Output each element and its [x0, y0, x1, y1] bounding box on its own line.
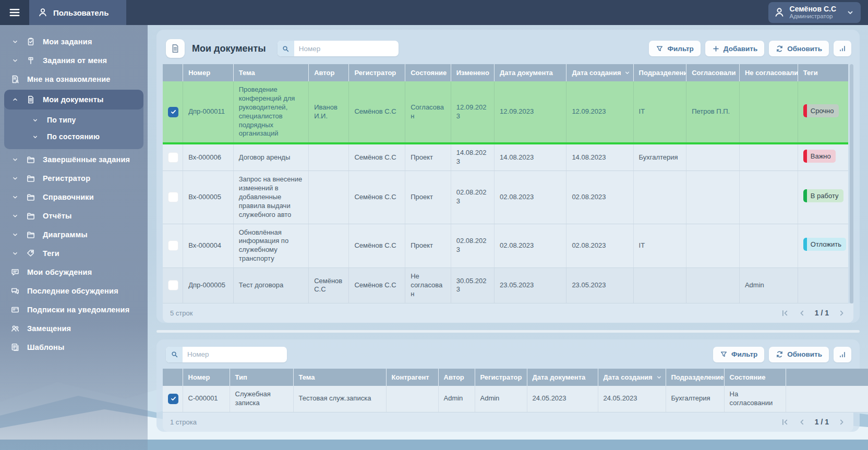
column-header-registrar[interactable]: Регистратор [349, 64, 405, 81]
column-header-author[interactable]: Автор [309, 64, 349, 81]
sidebar-item-7[interactable]: Отчёты [4, 206, 143, 225]
column-header-department[interactable]: Подразделение [633, 64, 686, 81]
column-header-author[interactable]: Автор [438, 369, 475, 386]
tag-badge: Важно [803, 150, 836, 163]
sidebar-item-label: Мои задания [43, 38, 92, 46]
column-header-department[interactable]: Подразделение [666, 369, 724, 386]
current-user-menu[interactable]: Семёнов С.С Администратор [768, 2, 861, 22]
column-header-counterparty[interactable]: Контрагент [386, 369, 438, 386]
document-row-3[interactable]: Вх-000004Обновлённая информация по служе… [163, 224, 848, 268]
sidebar-item-9[interactable]: Теги [4, 244, 143, 263]
sidebar-item-6[interactable]: Справочники [4, 188, 143, 206]
filter-button[interactable]: Фильтр [713, 347, 764, 362]
documents-search-input[interactable] [294, 41, 399, 56]
cell-created: 14.08.2023 [566, 143, 633, 171]
column-header-created[interactable]: Дата создания [598, 369, 666, 386]
sidebar-item-14[interactable]: Шаблоны [4, 338, 143, 357]
refresh-button[interactable]: Обновить [769, 347, 829, 362]
next-page-button[interactable] [837, 418, 846, 427]
chevron-down-icon [7, 57, 23, 64]
registry-row-0[interactable]: С-000001Служебная запискаТестовая служ.з… [163, 386, 868, 412]
sidebar-item-label: Подписки на уведомления [27, 306, 129, 314]
cell-state: Проект [405, 171, 451, 224]
column-header-approved[interactable]: Согласовали [686, 64, 740, 81]
column-header-state[interactable]: Состояние [724, 369, 786, 386]
next-page-button[interactable] [837, 309, 846, 318]
bar-chart-icon [838, 44, 847, 53]
sidebar-item-4[interactable]: Завершённые задания [4, 150, 143, 169]
row-checkbox[interactable] [168, 152, 178, 163]
sidebar-item-12[interactable]: Подписки на уведомления [4, 300, 143, 319]
registry-search-input[interactable] [183, 347, 287, 362]
column-header-extra[interactable] [786, 369, 868, 386]
document-row-0[interactable]: Дпр-000011Проведение конференций для рук… [163, 81, 848, 143]
sidebar-subitem-0[interactable]: По типу [4, 112, 143, 128]
top-bar: Пользователь Семёнов С.С Администратор [0, 0, 868, 25]
document-row-4[interactable]: Дпр-000005Тест договораСемёнов С.ССемёно… [163, 268, 848, 303]
refresh-button[interactable]: Обновить [769, 41, 829, 56]
row-checkbox-checked[interactable] [168, 107, 178, 117]
previous-page-button[interactable] [798, 309, 806, 318]
tag-icon [23, 249, 39, 258]
sidebar-item-11[interactable]: Последние обсуждения [4, 282, 143, 300]
sidebar-item-2[interactable]: Мне на ознакомление [4, 70, 143, 89]
table-scrollbar[interactable] [850, 64, 853, 303]
sidebar-item-3[interactable]: Мои документы [4, 90, 143, 110]
column-header-state[interactable]: Состояние [405, 64, 451, 81]
current-user-role: Администратор [790, 13, 836, 20]
column-header-modified[interactable]: Изменено [451, 64, 494, 81]
column-header-tag[interactable]: Теги [798, 64, 848, 81]
folder-icon [23, 155, 39, 164]
previous-page-button[interactable] [798, 418, 806, 427]
chart-view-button[interactable] [834, 347, 851, 362]
sidebar-item-0[interactable]: Мои задания [4, 32, 143, 51]
sidebar-item-label: Замещения [27, 324, 71, 333]
cell-theme: Запрос на внесение изменений в добавленн… [233, 171, 308, 224]
cell-approved [686, 224, 740, 268]
sidebar-item-1[interactable]: Задания от меня [4, 51, 143, 70]
folder-icon [23, 174, 39, 183]
cell-created: 23.05.2023 [566, 268, 633, 303]
sidebar-item-8[interactable]: Диаграммы [4, 225, 143, 244]
column-header-theme[interactable]: Тема [233, 64, 308, 81]
sidebar-item-13[interactable]: Замещения [4, 319, 143, 338]
menu-button[interactable] [0, 0, 29, 25]
sidebar-item-5[interactable]: Регистратор [4, 169, 143, 188]
add-button[interactable]: Добавить [705, 41, 764, 56]
row-checkbox[interactable] [168, 192, 178, 202]
column-header-doc_date[interactable]: Дата документа [527, 369, 598, 386]
row-count: 1 строка [170, 418, 197, 426]
funnel-icon [720, 350, 728, 358]
first-page-button[interactable] [780, 309, 789, 318]
sidebar-item-label: Теги [43, 249, 59, 258]
tag-badge: Отложить [803, 238, 846, 251]
app-screen: Пользователь Семёнов С.С Администратор М… [0, 0, 868, 450]
documents-pagination: 1 / 1 [780, 309, 846, 318]
panel-splitter[interactable] [156, 330, 860, 333]
first-page-button[interactable] [780, 418, 789, 427]
user-section-tab[interactable]: Пользователь [29, 0, 126, 25]
cell-department: Бухгалтерия [666, 386, 724, 412]
sidebar-subitem-1[interactable]: По состоянию [4, 128, 143, 145]
column-header-doc_date[interactable]: Дата документа [495, 64, 566, 81]
cell-approved [686, 143, 740, 171]
column-header-num[interactable]: Номер [183, 369, 230, 386]
column-header-num[interactable]: Номер [183, 64, 234, 81]
cell-modified: 02.08.2023 [451, 171, 494, 224]
chart-view-button[interactable] [834, 41, 851, 56]
column-header-theme[interactable]: Тема [293, 369, 386, 386]
column-header-registrar[interactable]: Регистратор [475, 369, 527, 386]
filter-button[interactable]: Фильтр [649, 41, 700, 56]
sidebar-item-label: Мои обсуждения [27, 268, 92, 276]
plus-icon [712, 45, 720, 53]
document-row-2[interactable]: Вх-000005Запрос на внесение изменений в … [163, 171, 848, 224]
document-row-1[interactable]: Вх-000006Договор арендыСемёнов С.СПроект… [163, 143, 848, 171]
row-checkbox[interactable] [168, 240, 178, 251]
row-checkbox-checked[interactable] [168, 394, 178, 404]
sidebar-item-label: Задания от меня [43, 56, 107, 65]
column-header-not_approved[interactable]: Не согласовали [739, 64, 798, 81]
column-header-type[interactable]: Тип [230, 369, 293, 386]
row-checkbox[interactable] [168, 280, 178, 290]
column-header-created[interactable]: Дата создания [566, 64, 633, 81]
sidebar-item-10[interactable]: Мои обсуждения [4, 263, 143, 282]
